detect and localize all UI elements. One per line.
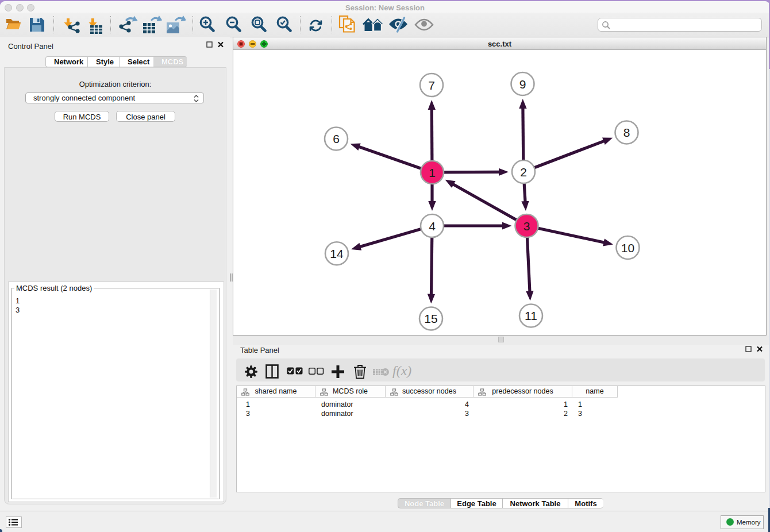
- svg-text:15: 15: [424, 312, 437, 325]
- svg-text:2: 2: [520, 165, 527, 179]
- svg-text:3: 3: [523, 219, 530, 233]
- svg-text:14: 14: [330, 247, 344, 260]
- svg-text:11: 11: [525, 309, 537, 322]
- svg-text:6: 6: [333, 132, 340, 145]
- svg-text:1: 1: [429, 166, 436, 179]
- svg-text:7: 7: [428, 79, 435, 92]
- svg-text:9: 9: [519, 78, 526, 91]
- svg-text:4: 4: [429, 219, 436, 233]
- svg-text:10: 10: [621, 241, 634, 255]
- svg-text:8: 8: [623, 126, 630, 139]
